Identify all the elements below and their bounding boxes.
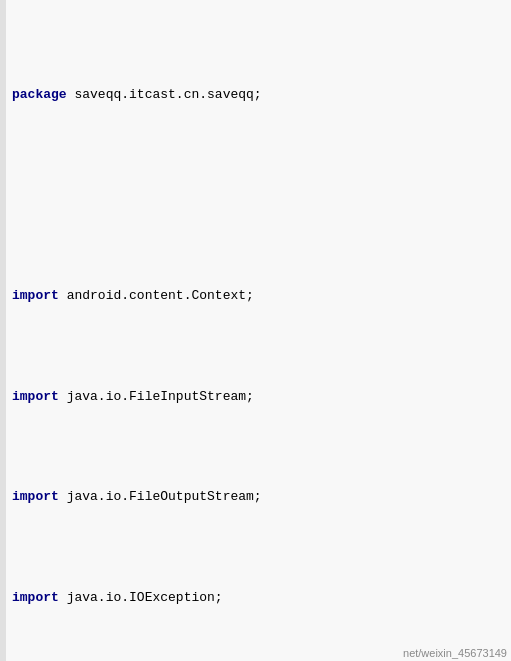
code-container: package saveqq.itcast.cn.saveqq; import …: [0, 0, 511, 661]
line-4: import java.io.FileInputStream;: [6, 387, 511, 407]
watermark: net/weixin_45673149: [403, 647, 507, 659]
line-1: package saveqq.itcast.cn.saveqq;: [6, 85, 511, 105]
code-lines: package saveqq.itcast.cn.saveqq; import …: [6, 0, 511, 661]
line-2: [6, 185, 511, 205]
line-3: import android.content.Context;: [6, 286, 511, 306]
code-area[interactable]: package saveqq.itcast.cn.saveqq; import …: [6, 0, 511, 661]
left-gutter: [0, 0, 6, 661]
line-6: import java.io.IOException;: [6, 588, 511, 608]
line-5: import java.io.FileOutputStream;: [6, 487, 511, 507]
